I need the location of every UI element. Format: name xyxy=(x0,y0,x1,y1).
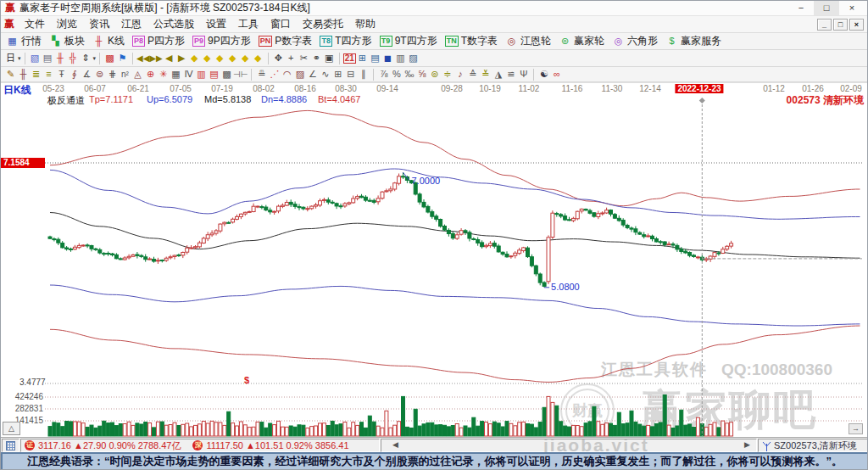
gann-grid-tool-icon[interactable]: ╫ xyxy=(17,68,30,81)
zigzag-tool-icon[interactable]: ∿ xyxy=(319,68,331,81)
p-digit-button[interactable]: PNP数字表 xyxy=(257,34,319,48)
expand-pane-button[interactable]: △ xyxy=(3,422,20,435)
ruler-tool-icon[interactable]: ≞ xyxy=(255,68,268,81)
bar-chart-icon[interactable]: ╫ xyxy=(54,52,67,64)
step-forward-icon[interactable]: ▶ xyxy=(175,52,188,64)
cut-icon[interactable]: ✂ xyxy=(298,52,310,64)
bar-chart2-icon[interactable]: ╬ xyxy=(67,52,80,64)
gold-line-tool-icon[interactable]: ≚ xyxy=(479,68,492,81)
golden-circle-tool-icon[interactable]: ⊚ xyxy=(428,68,441,81)
kline-button[interactable]: ╫K线 xyxy=(91,34,131,48)
menu-item-4[interactable]: 江恩 xyxy=(115,16,147,32)
t-square-button[interactable]: T8T四方形 xyxy=(318,34,377,48)
hexagon-button[interactable]: ◎六角形 xyxy=(610,34,664,48)
star-burst-tool-icon[interactable]: ✳ xyxy=(157,68,170,81)
gann-box-tool-icon[interactable]: ▥ xyxy=(195,68,208,81)
chart-hscrollbar[interactable]: ◀ ▶ xyxy=(381,439,757,452)
zoom-out-diamond-icon[interactable]: ◆ xyxy=(188,52,201,64)
parallel-tool-icon[interactable]: ∥ xyxy=(357,68,370,81)
infinity-icon[interactable]: ∞ xyxy=(550,68,563,81)
pencil-tool-icon[interactable]: ✎ xyxy=(4,68,17,81)
current-stock-panel[interactable]: SZ002573,清新环境 xyxy=(758,439,868,452)
time-ruler-tool-icon[interactable]: ⋕ xyxy=(106,68,119,81)
calculator-icon[interactable]: ⊞ xyxy=(356,52,369,64)
t-digit-button[interactable]: TNT数字表 xyxy=(443,34,504,48)
sectors-button[interactable]: ▚板块 xyxy=(47,34,91,48)
region-select-icon[interactable]: ▩ xyxy=(103,52,116,64)
matrix-tool-icon[interactable]: ▩ xyxy=(220,68,233,81)
menu-item-9[interactable]: 交易委托 xyxy=(297,16,349,32)
time-grid-tool-icon[interactable]: ≡ xyxy=(42,68,55,81)
pitchfork-tool-icon[interactable]: Ψ xyxy=(517,68,530,81)
box-grid-tool-icon[interactable]: ▦ xyxy=(170,68,182,81)
gann-line-tool-icon[interactable]: Ŧ xyxy=(55,68,68,81)
save-icon[interactable]: ◼ xyxy=(381,52,394,64)
kline-canvas[interactable] xyxy=(1,83,868,437)
zoom-in-diamond-icon[interactable]: ◆ xyxy=(201,52,214,64)
chart-view-icon[interactable]: ▧ xyxy=(29,52,42,64)
trend-angle-tool-icon[interactable]: ∠ xyxy=(306,68,319,81)
quotes-button[interactable]: ▦行情 xyxy=(4,34,47,48)
9t-square-button[interactable]: T99T四方形 xyxy=(378,34,443,48)
menu-item-5[interactable]: 公式选股 xyxy=(147,16,200,32)
gann-box2-tool-icon[interactable]: ▤ xyxy=(208,68,220,81)
view-link-icon[interactable]: ⚭ xyxy=(310,52,323,64)
info-box-icon[interactable]: ▣ xyxy=(323,52,336,64)
print-icon[interactable]: ▥ xyxy=(394,52,407,64)
target-circle-tool-icon[interactable]: ⊕ xyxy=(144,68,157,81)
grid-frame-tool-icon[interactable]: ⊞ xyxy=(331,68,344,81)
span-tool-icon[interactable]: ⊣⊢ xyxy=(233,68,248,81)
frame-minus-tool-icon[interactable]: ⊟ xyxy=(344,68,357,81)
scroll-right-icon[interactable]: ▶ xyxy=(744,440,750,449)
permille-tool-icon[interactable]: ‰ xyxy=(403,68,415,81)
music-cycle-tool-icon[interactable]: ♪ xyxy=(453,68,466,81)
gann-wheel-button[interactable]: ◎江恩轮 xyxy=(504,34,557,48)
hand-pan-icon[interactable]: ✥ xyxy=(272,52,285,64)
shrink-h-diamond-icon[interactable]: ◆ xyxy=(226,52,239,64)
step-back-icon[interactable]: ◀ xyxy=(163,52,175,64)
apex-tool-icon[interactable]: ◬ xyxy=(131,68,144,81)
report-view-icon[interactable]: ▤ xyxy=(42,52,54,64)
sz-index-quote[interactable]: 11117.50 ▲101.51 0.92% 3856.41 xyxy=(206,440,348,450)
minimize-button[interactable]: − xyxy=(788,1,814,15)
notes-icon[interactable]: ▤ xyxy=(369,52,381,64)
shade-box-tool-icon[interactable]: ▨ xyxy=(293,68,306,81)
golden-section-tool-icon[interactable]: ≑ xyxy=(441,68,453,81)
menu-item-8[interactable]: 窗口 xyxy=(264,16,297,32)
level-tool-icon[interactable]: ≙ xyxy=(466,68,479,81)
scroll-mini-button[interactable]: → xyxy=(849,423,863,434)
statusbar-grid-button[interactable] xyxy=(2,439,19,452)
menu-item-10[interactable]: 帮助 xyxy=(349,16,381,32)
n-squared-tool-icon[interactable]: n² xyxy=(119,68,131,81)
menu-item-7[interactable]: 工具 xyxy=(232,16,264,32)
yinyang-icon[interactable]: ☯ xyxy=(537,68,550,81)
scroll-left-icon[interactable]: ◀ xyxy=(392,440,398,449)
menu-item-6[interactable]: 设置 xyxy=(200,16,232,32)
shrink-v-diamond-icon[interactable]: ◆ xyxy=(252,52,264,64)
mdi-minimize-button[interactable]: _ xyxy=(817,19,832,31)
channel-tool-icon[interactable]: ≌ xyxy=(504,68,517,81)
winner-wheel-button[interactable]: ⊚赢家轮 xyxy=(557,34,610,48)
restore-button[interactable]: □ xyxy=(814,1,839,15)
wave-mark-tool-icon[interactable]: Ⅳ xyxy=(182,68,195,81)
scale-toggle-dropdown[interactable]: ⇕ xyxy=(80,52,92,64)
spiral-tool-icon[interactable]: ∮ xyxy=(68,68,81,81)
fib-retrace-tool-icon[interactable]: ⅝ xyxy=(415,68,428,81)
fan-tool-icon[interactable]: ⋰ xyxy=(268,68,281,81)
cycle-tool-icon[interactable]: ⊜ xyxy=(93,68,106,81)
export-icon[interactable]: ▨ xyxy=(407,52,420,64)
scale-toggle-dropdown-arrow-icon[interactable]: ▾ xyxy=(93,55,97,62)
expand-h-diamond-icon[interactable]: ◆ xyxy=(214,52,226,64)
arc-tool-icon[interactable]: ◠ xyxy=(281,68,293,81)
mdi-close-button[interactable]: × xyxy=(849,19,864,31)
9p-square-button[interactable]: P99P四方形 xyxy=(191,34,257,48)
flag-marker-icon[interactable]: ⚑ xyxy=(116,52,129,64)
p-square-button[interactable]: P8P四方形 xyxy=(131,34,191,48)
menu-item-1[interactable]: 文件 xyxy=(19,16,51,32)
ratio-tool-icon[interactable]: ⅞ xyxy=(377,68,390,81)
winner-service-button[interactable]: $赢家服务 xyxy=(664,34,727,48)
jump-last-icon[interactable]: ▶▶ xyxy=(149,52,162,64)
mdi-restore-button[interactable]: □ xyxy=(833,19,848,31)
percent-tool-icon[interactable]: % xyxy=(390,68,403,81)
angle-tool-icon[interactable]: ∡ xyxy=(81,68,93,81)
